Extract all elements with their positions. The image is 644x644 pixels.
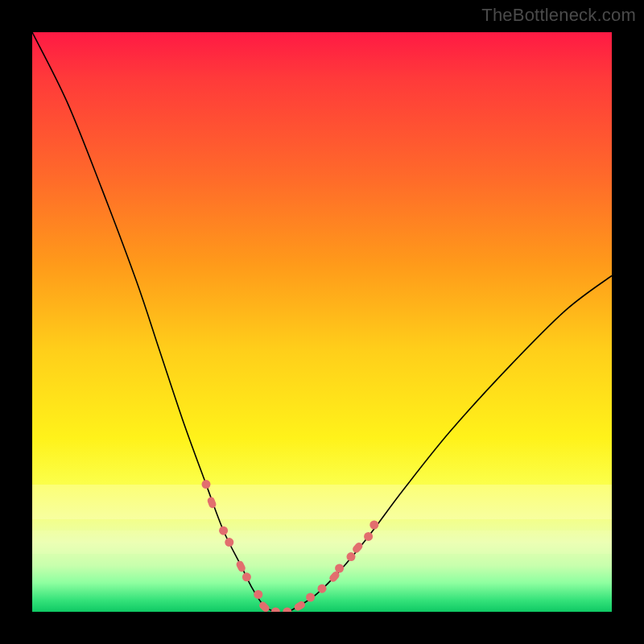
highlight-dots: [202, 480, 379, 612]
highlight-dot: [254, 590, 262, 599]
highlight-dot: [225, 538, 233, 547]
highlight-bar: [351, 541, 364, 554]
highlight-dot: [369, 521, 378, 530]
highlight-dot: [335, 564, 344, 573]
highlight-dot: [271, 608, 280, 613]
curve-svg: [32, 32, 612, 612]
plot-area: [32, 32, 612, 612]
highlight-dot: [242, 572, 251, 581]
highlight-dot: [202, 480, 211, 489]
highlight-dot: [364, 532, 373, 541]
highlight-bar: [206, 496, 217, 509]
highlight-bar: [235, 559, 246, 573]
highlight-bar: [293, 600, 307, 612]
chart-frame: TheBottleneck.com: [0, 0, 644, 644]
highlight-dot: [306, 593, 315, 602]
highlight-dot: [318, 584, 327, 593]
highlight-dot: [219, 526, 228, 535]
highlight-dot: [283, 608, 291, 613]
watermark-text: TheBottleneck.com: [481, 5, 636, 26]
highlight-dot: [347, 552, 356, 561]
bottleneck-curve: [32, 32, 612, 612]
